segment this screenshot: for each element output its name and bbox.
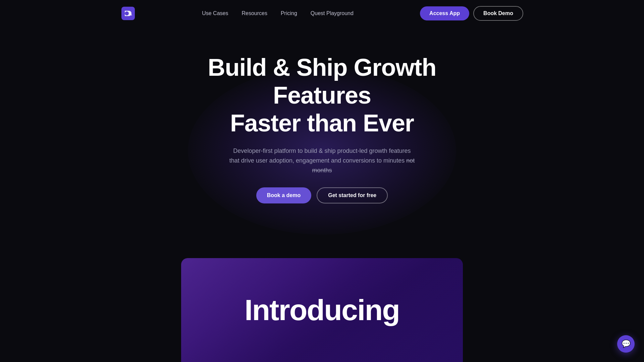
hero-subtitle: Developer-first platform to build & ship… xyxy=(228,146,416,175)
chat-widget-button[interactable]: 💬 xyxy=(617,335,635,353)
navbar: Use Cases Resources Pricing Quest Playgr… xyxy=(0,0,644,27)
hero-cta-buttons: Book a demo Get started for free xyxy=(256,187,388,203)
hero-section: Build & Ship Growth Features Faster than… xyxy=(0,27,644,203)
navbar-links: Use Cases Resources Pricing Quest Playgr… xyxy=(202,10,354,16)
nav-link-use-cases[interactable]: Use Cases xyxy=(202,10,228,16)
nav-link-quest-playground[interactable]: Quest Playground xyxy=(311,10,354,16)
hero-book-demo-button[interactable]: Book a demo xyxy=(256,187,311,203)
navbar-logo-area xyxy=(121,6,136,21)
chat-icon: 💬 xyxy=(622,340,631,348)
dashboard-preview-card: Introducing xyxy=(181,258,463,362)
navbar-actions: Access App Book Demo xyxy=(420,6,523,21)
nav-link-pricing[interactable]: Pricing xyxy=(281,10,297,16)
hero-get-started-button[interactable]: Get started for free xyxy=(317,187,388,203)
hero-title: Build & Ship Growth Features Faster than… xyxy=(188,54,456,137)
nav-link-resources[interactable]: Resources xyxy=(241,10,267,16)
introducing-text: Introducing xyxy=(245,293,399,327)
access-app-button[interactable]: Access App xyxy=(420,6,469,20)
logo-icon[interactable] xyxy=(121,6,136,21)
hero-title-line2: Faster than Ever xyxy=(230,110,414,136)
hero-subtitle-text: Developer-first platform to build & ship… xyxy=(229,147,411,164)
hero-title-line1: Build & Ship Growth Features xyxy=(208,54,436,109)
book-demo-nav-button[interactable]: Book Demo xyxy=(473,6,523,21)
